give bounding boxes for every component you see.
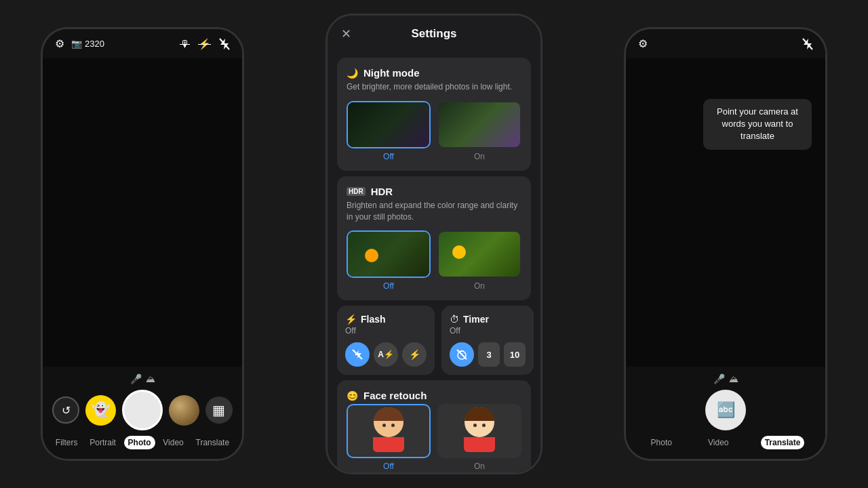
night-thumb-dark <box>348 102 429 147</box>
hdr-options: Off On <box>347 230 521 291</box>
night-mode-on-thumb <box>437 101 521 148</box>
night-mode-off-option[interactable]: Off <box>347 101 431 161</box>
flash-off-icon[interactable] <box>219 38 230 50</box>
landscape-icon-small[interactable]: ⛰ <box>146 373 155 384</box>
mic-icon-small[interactable]: 🎤 <box>130 373 142 384</box>
camera-view-right: Point your camera at words you want to t… <box>626 58 825 367</box>
flash-header: ⚡ Flash <box>345 314 427 325</box>
tab-translate-left[interactable]: Translate <box>192 436 234 449</box>
night-mode-off-label: Off <box>383 152 394 161</box>
face-cartoon-off <box>368 407 409 455</box>
face-retouch-section: 😊 Face retouch <box>337 380 531 472</box>
face-eye-right-on <box>482 424 486 427</box>
lens-controls: 🎤 ⛰ <box>50 373 235 384</box>
timer-off-btn[interactable] <box>450 342 474 367</box>
face-retouch-options: Off <box>347 404 521 471</box>
settings-panel[interactable]: 🌙 Night mode Get brighter, more detailed… <box>328 52 540 472</box>
flash-auto-off-icon[interactable]: ⚡ <box>198 38 211 50</box>
mic-icon-right[interactable]: 🎤 <box>713 373 725 384</box>
night-mode-on-option[interactable]: On <box>437 101 521 161</box>
face-retouch-title: Face retouch <box>363 390 427 401</box>
timer-10-btn[interactable]: 10 <box>504 342 526 367</box>
face-eyes-on <box>473 424 486 427</box>
flash-off-icon-right[interactable] <box>802 38 813 50</box>
timer-title: Timer <box>463 314 489 325</box>
flash-timer-row: ⚡ Flash Off A⚡ ⚡ <box>337 306 531 375</box>
flash-title: Flash <box>361 314 386 325</box>
tab-translate-right[interactable]: Translate <box>761 436 805 449</box>
night-mode-title: Night mode <box>363 67 420 79</box>
close-button[interactable]: ✕ <box>341 26 351 41</box>
tab-video[interactable]: Video <box>159 436 187 449</box>
phone-right: ⚙ Point your camera at words you want to… <box>624 27 827 461</box>
settings-title: Settings <box>411 27 456 41</box>
tab-photo-right[interactable]: Photo <box>647 436 676 449</box>
face-hair-off <box>374 407 403 421</box>
bottom-controls-right: 🎤 ⛰ 🔤 Photo Video Translate <box>626 367 825 459</box>
hdr-section: HDR HDR Brighten and expand the color ra… <box>337 176 531 301</box>
bottom-controls-left: 🎤 ⛰ ↺ 👻 ▦ Filters Portrait Photo Video T… <box>43 367 242 459</box>
mode-tabs-left: Filters Portrait Photo Video Translate <box>50 436 235 449</box>
phone-center: ✕ Settings 🌙 Night mode Get brighter, mo… <box>326 14 542 474</box>
translate-shutter-btn[interactable]: 🔤 <box>705 390 746 430</box>
face-retouch-on-option[interactable]: On <box>437 404 521 471</box>
face-cartoon-on <box>459 407 500 455</box>
shutter-row-right: 🔤 <box>633 390 818 430</box>
face-eyes-off <box>382 424 395 427</box>
tab-filters[interactable]: Filters <box>52 436 82 449</box>
tab-photo[interactable]: Photo <box>124 436 155 449</box>
flower-dot-off <box>365 249 378 262</box>
hdr-on-thumb <box>437 230 521 278</box>
gallery-btn[interactable] <box>169 395 199 426</box>
timer-3-btn[interactable]: 3 <box>478 342 500 367</box>
hdr-on-option[interactable]: On <box>437 230 521 291</box>
hdr-desc: Brighten and expand the color range and … <box>347 200 521 223</box>
hdr-header: HDR HDR <box>347 186 521 197</box>
face-retouch-icon: 😊 <box>347 390 358 401</box>
translate-hint: Point your camera at words you want to t… <box>703 99 812 150</box>
shutter-button-left[interactable] <box>122 390 163 430</box>
tab-portrait[interactable]: Portrait <box>85 436 120 449</box>
top-bar-left: ⚙ 📷 2320 🎙 ⚡ <box>43 29 242 58</box>
face-eye-right-off <box>391 424 395 427</box>
flash-off-btn[interactable] <box>345 342 370 367</box>
top-bar-right: ⚙ <box>626 29 825 58</box>
shutter-row-left: ↺ 👻 ▦ <box>50 390 235 430</box>
landscape-icon-right[interactable]: ⛰ <box>729 373 738 384</box>
face-hair-on <box>465 407 494 421</box>
face-head-off <box>374 407 403 437</box>
hdr-thumb-dark <box>348 232 429 277</box>
night-mode-options: Off On <box>347 101 521 161</box>
face-retouch-off-option[interactable]: Off <box>347 404 431 471</box>
timer-header: ⏱ Timer <box>450 314 526 325</box>
tab-video-right[interactable]: Video <box>704 436 732 449</box>
timer-toggles: 3 10 <box>450 342 526 367</box>
timer-icon: ⏱ <box>450 314 459 325</box>
face-retouch-on-thumb <box>437 404 521 458</box>
night-mode-on-label: On <box>474 152 485 161</box>
night-mode-section: 🌙 Night mode Get brighter, more detailed… <box>337 58 531 171</box>
face-retouch-off-label: Off <box>383 462 394 471</box>
flower-dot-on <box>452 245 466 259</box>
svg-line-1 <box>353 350 362 359</box>
timer-section: ⏱ Timer Off 3 10 <box>441 306 534 375</box>
hdr-off-option[interactable]: Off <box>347 230 431 291</box>
face-eye-left-on <box>473 424 477 427</box>
snapchat-btn[interactable]: 👻 <box>85 395 116 426</box>
mic-off-icon[interactable]: 🎙 <box>180 38 190 50</box>
hdr-off-thumb <box>347 230 431 278</box>
qr-btn[interactable]: ▦ <box>205 396 233 424</box>
night-mode-desc: Get brighter, more detailed photos in lo… <box>347 81 521 93</box>
filters-btn[interactable]: ↺ <box>52 396 79 424</box>
flash-icon: ⚡ <box>345 314 357 325</box>
flash-auto-btn[interactable]: A⚡ <box>374 342 398 367</box>
night-thumb-light <box>439 102 520 147</box>
lens-controls-right: 🎤 ⛰ <box>633 373 818 384</box>
phone-left: ⚙ 📷 2320 🎙 ⚡ 🎤 ⛰ <box>41 27 244 461</box>
settings-icon-right[interactable]: ⚙ <box>638 37 648 50</box>
mode-tabs-right: Photo Video Translate <box>633 436 818 449</box>
flash-on-btn[interactable]: ⚡ <box>402 342 427 367</box>
face-retouch-off-thumb <box>347 404 431 458</box>
qr-icon: ▦ <box>212 402 225 418</box>
settings-icon[interactable]: ⚙ <box>55 37 64 50</box>
